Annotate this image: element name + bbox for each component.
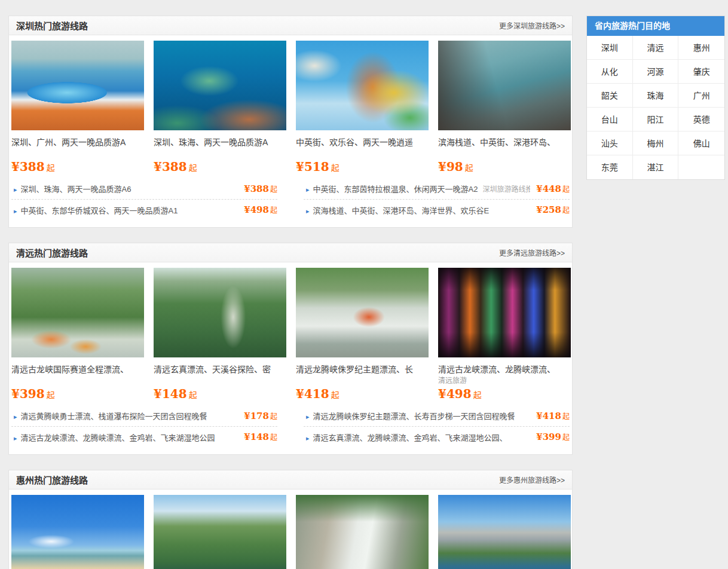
tour-card: 中英街、欢乐谷、两天一晚逍遥 ¥518起 [296,41,429,175]
underwater-turtle-coral-photo[interactable] [154,41,286,130]
tour-list-title[interactable]: 清远古龙峡漂流、龙腾峡漂流、金鸡岩、飞来湖湿地公园 [21,433,215,442]
tour-list-title[interactable]: 深圳、珠海、两天一晚品质游A6 [21,185,131,194]
price-suffix: 起 [189,163,197,173]
tour-card-row: 深圳、广州、两天一晚品质游A ¥388起 深圳、珠海、两天一晚品质游A ¥388… [9,35,572,175]
section-header: 清远热门旅游线路 更多清远旅游线路>> [9,243,572,262]
price-amount: ¥148 [244,432,269,442]
tour-card-title[interactable]: 中英街、欢乐谷、两天一晚逍遥 [296,137,429,148]
more-huizhou-routes-link[interactable]: 更多惠州旅游线路>> [499,475,565,485]
forest-suspension-bridge-photo[interactable] [154,268,286,357]
tour-list-price: ¥498起 [244,204,277,215]
mountain-lake-forest-photo[interactable] [154,495,286,569]
city-link-shenzhen[interactable]: 深圳 [587,36,633,60]
city-link-conghua[interactable]: 从化 [587,60,633,84]
price-amount: ¥418 [296,387,329,401]
tour-card-price: ¥418起 [296,386,429,402]
tour-card-title[interactable]: 滨海栈道、中英街、深港环岛、 [438,137,571,148]
tour-list-title[interactable]: 中英街、东部华侨城双谷、两天一晚品质游A1 [21,206,178,215]
city-link-yingde[interactable]: 英德 [678,108,724,131]
tour-list-item: ▸清远古龙峡漂流、龙腾峡漂流、金鸡岩、飞来湖湿地公园 ¥148起 [11,426,277,447]
tour-list-tag: 深圳旅游路线推荐 [482,185,530,194]
more-shenzhen-routes-link[interactable]: 更多深圳旅游线路>> [499,20,565,30]
section-header: 惠州热门旅游线路 更多惠州旅游线路>> [9,470,572,490]
city-link-heyuan[interactable]: 河源 [633,60,679,84]
city-link-qingyuan[interactable]: 清远 [633,36,679,60]
rocky-stream-rafting-photo[interactable] [296,268,429,357]
city-link-shaoguan[interactable]: 韶关 [587,84,633,108]
section-title: 清远热门旅游线路 [16,246,88,259]
city-link-guangzhou[interactable]: 广州 [678,84,724,108]
tour-card-price: ¥98起 [438,159,571,175]
tour-card [438,495,571,569]
city-link-meizhou[interactable]: 梅州 [633,131,679,155]
tour-card-price: ¥498起 [438,386,571,402]
price-suffix: 起 [270,433,277,442]
city-lake-skyline-photo[interactable] [438,495,571,569]
section-header: 深圳热门旅游线路 更多深圳旅游线路>> [9,16,572,35]
city-link-shantou[interactable]: 汕头 [587,131,633,155]
tour-list-item: ▸深圳、珠海、两天一晚品质游A6 ¥388起 [11,178,277,199]
tour-list: ▸深圳、珠海、两天一晚品质游A6 ¥388起 ▸中英街、东部华侨城双谷、两天一晚… [9,175,572,227]
price-amount: ¥418 [536,411,561,421]
tour-card: 清远古龙峡国际赛道全程漂流、 ¥398起 [11,268,144,402]
city-link-huizhou[interactable]: 惠州 [678,36,724,60]
tour-card-title[interactable]: 清远龙腾峡侏罗纪主题漂流、长 [296,364,429,375]
colorful-karst-cave-photo[interactable] [438,268,571,357]
tour-list-left: ▸清远玄真漂流、龙腾峡漂流、金鸡岩、飞来湖湿地公园、 [304,432,530,443]
tour-card-title[interactable]: 清远玄真漂流、天溪谷探险、密 [154,364,286,375]
section-shenzhen-routes: 深圳热门旅游线路 更多深圳旅游线路>> 深圳、广州、两天一晚品质游A ¥388起… [8,16,573,228]
price-amount: ¥148 [154,387,187,401]
city-link-zhanjiang[interactable]: 湛江 [633,155,679,179]
tour-list-title[interactable]: 清远玄真漂流、龙腾峡漂流、金鸡岩、飞来湖湿地公园、 [313,433,507,442]
tour-list-item: ▸清远黄腾峡勇士漂流、栈道瀑布探险一天团含回程晚餐 ¥178起 [11,405,277,426]
price-amount: ¥388 [244,183,269,194]
city-link-taishan[interactable]: 台山 [587,108,633,131]
tour-card-subtitle [11,148,144,159]
tour-card-subtitle [438,148,571,159]
tour-list-title[interactable]: 中英街、东部茵特拉根温泉、休闲两天一晚游A2 [313,185,478,194]
beach-blue-sky-photo[interactable] [11,495,144,569]
price-suffix: 起 [562,412,570,421]
city-link-foshan[interactable]: 佛山 [678,131,724,155]
tour-list-price: ¥418起 [536,411,570,421]
rafting-green-valley-photo[interactable] [11,268,144,357]
more-qingyuan-routes-link[interactable]: 更多清远旅游线路>> [499,247,565,258]
tour-card: 深圳、珠海、两天一晚品质游A ¥388起 [154,41,286,175]
price-suffix: 起 [562,185,570,194]
main-column: 深圳热门旅游线路 更多深圳旅游线路>> 深圳、广州、两天一晚品质游A ¥388起… [8,16,573,569]
price-suffix: 起 [331,163,339,173]
tour-list-title[interactable]: 清远龙腾峡侏罗纪主题漂流、长寿百步梯一天团含回程晚餐 [313,412,515,421]
tour-card-price: ¥388起 [154,159,286,175]
city-link-dongguan[interactable]: 东莞 [587,155,633,179]
tour-list-item: ▸中英街、东部茵特拉根温泉、休闲两天一晚游A2深圳旅游路线推荐 ¥448起 [304,178,570,199]
tour-card-title[interactable]: 清远古龙峡漂流、龙腾峡漂流、 [438,364,571,375]
tour-list-title[interactable]: 滨海栈道、中英街、深港环岛、海洋世界、欢乐谷E [313,206,490,215]
tour-list-title[interactable]: 清远黄腾峡勇士漂流、栈道瀑布探险一天团含回程晚餐 [21,412,207,421]
city-link-yangjiang[interactable]: 阳江 [633,108,679,131]
price-suffix: 起 [465,163,473,173]
tour-card-subtitle: 清远旅游 [438,375,571,386]
happy-valley-cartoon-coaster-photo[interactable] [296,41,429,130]
sea-world-dolphin-pool-photo[interactable] [11,41,144,130]
tour-card: 滨海栈道、中英街、深港环岛、 ¥98起 [438,41,571,175]
tour-card-title[interactable]: 深圳、广州、两天一晚品质游A [11,137,144,148]
tour-list: ▸清远黄腾峡勇士漂流、栈道瀑布探险一天团含回程晚餐 ¥178起 ▸清远古龙峡漂流… [9,402,572,454]
tour-list-price: ¥258起 [536,204,570,215]
tour-list-price: ¥178起 [244,411,277,421]
price-amount: ¥388 [11,160,45,174]
tour-list-left: ▸中英街、东部茵特拉根温泉、休闲两天一晚游A2深圳旅游路线推荐 [304,183,530,194]
arrow-right-icon: ▸ [306,435,310,442]
tour-list-item: ▸滨海栈道、中英街、深港环岛、海洋世界、欢乐谷E ¥258起 [304,199,570,220]
arrow-right-icon: ▸ [14,413,17,420]
city-link-zhaoqing[interactable]: 肇庆 [678,60,724,84]
seaside-boardwalk-viewpoint-photo[interactable] [438,41,571,130]
waterfall-boulders-photo[interactable] [296,495,429,569]
price-amount: ¥518 [296,160,329,174]
tour-card-title[interactable]: 清远古龙峡国际赛道全程漂流、 [11,364,144,375]
arrow-right-icon: ▸ [306,186,310,193]
tour-card [154,495,286,569]
city-link-zhuhai[interactable]: 珠海 [633,84,679,108]
sidebar-hot-destinations: 省内旅游热门目的地 深圳 清远 惠州 从化 河源 肇庆 韶关 珠海 广州 台山 … [586,16,725,180]
arrow-right-icon: ▸ [14,435,17,442]
tour-card-title[interactable]: 深圳、珠海、两天一晚品质游A [154,137,286,148]
